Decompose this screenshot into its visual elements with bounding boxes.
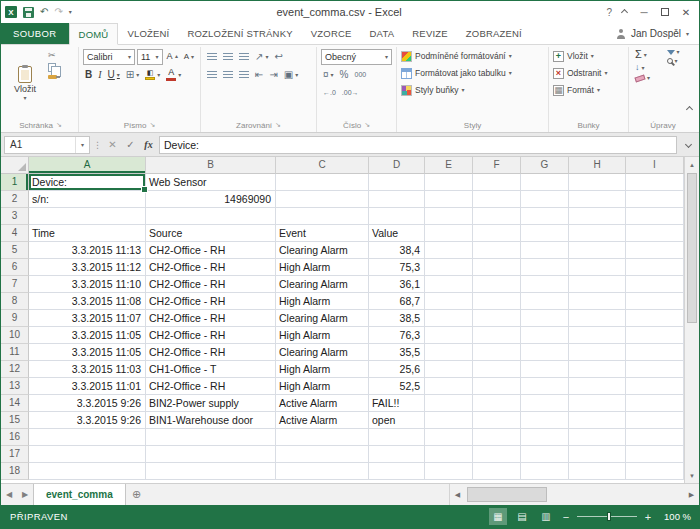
clipboard-dialog-launcher-icon[interactable] xyxy=(56,121,62,129)
cell-A1[interactable]: Device: xyxy=(29,174,146,191)
cell-C10[interactable]: High Alarm xyxy=(276,327,369,344)
cell-G13[interactable] xyxy=(521,378,569,395)
accounting-format-icon[interactable]: ¤ xyxy=(321,69,336,81)
copy-icon[interactable] xyxy=(48,63,56,72)
cell-G14[interactable] xyxy=(521,395,569,412)
tab-view[interactable]: ZOBRAZENÍ xyxy=(457,23,531,44)
tab-page-layout[interactable]: ROZLOŽENÍ STRÁNKY xyxy=(178,23,301,44)
cell-C6[interactable]: High Alarm xyxy=(276,259,369,276)
cell-I14[interactable] xyxy=(626,395,684,412)
cell-A16[interactable] xyxy=(29,429,146,446)
clear-button[interactable] xyxy=(633,74,662,82)
cell-I5[interactable] xyxy=(626,242,684,259)
cell-G5[interactable] xyxy=(521,242,569,259)
align-right-icon[interactable] xyxy=(237,70,251,80)
cell-F3[interactable] xyxy=(473,208,521,225)
cell-F18[interactable] xyxy=(473,463,521,480)
scroll-left-icon[interactable]: ◀ xyxy=(450,491,465,499)
cell-A4[interactable]: Time xyxy=(29,225,146,242)
cell-H11[interactable] xyxy=(569,344,626,361)
cell-D15[interactable]: open xyxy=(369,412,425,429)
help-icon[interactable] xyxy=(606,6,612,18)
row-header-8[interactable]: 8 xyxy=(1,293,29,310)
cell-B10[interactable]: CH2-Office - RH xyxy=(146,327,276,344)
cell-D8[interactable]: 68,7 xyxy=(369,293,425,310)
formula-input[interactable]: Device: xyxy=(159,136,677,154)
cell-B16[interactable] xyxy=(146,429,276,446)
account-area[interactable]: Jan Dospěl xyxy=(616,23,699,44)
cell-C1[interactable] xyxy=(276,174,369,191)
cell-F5[interactable] xyxy=(473,242,521,259)
cell-G11[interactable] xyxy=(521,344,569,361)
tab-data[interactable]: DATA xyxy=(361,23,404,44)
cell-E11[interactable] xyxy=(425,344,473,361)
row-header-9[interactable]: 9 xyxy=(1,310,29,327)
cell-C14[interactable]: Active Alarm xyxy=(276,395,369,412)
cell-B4[interactable]: Source xyxy=(146,225,276,242)
cell-F6[interactable] xyxy=(473,259,521,276)
cell-E1[interactable] xyxy=(425,174,473,191)
cell-F10[interactable] xyxy=(473,327,521,344)
cell-A13[interactable]: 3.3.2015 11:01 xyxy=(29,378,146,395)
cell-H15[interactable] xyxy=(569,412,626,429)
cell-A8[interactable]: 3.3.2015 11:08 xyxy=(29,293,146,310)
bold-button[interactable]: B xyxy=(83,69,94,81)
cell-I18[interactable] xyxy=(626,463,684,480)
cell-H16[interactable] xyxy=(569,429,626,446)
row-header-2[interactable]: 2 xyxy=(1,191,29,208)
cell-I15[interactable] xyxy=(626,412,684,429)
next-sheet-icon[interactable]: ▶ xyxy=(17,484,33,505)
align-top-icon[interactable] xyxy=(205,52,219,62)
decrease-decimal-icon[interactable]: .00→ xyxy=(340,88,361,97)
cell-E18[interactable] xyxy=(425,463,473,480)
zoom-slider[interactable] xyxy=(577,516,637,517)
cell-H4[interactable] xyxy=(569,225,626,242)
cell-D3[interactable] xyxy=(369,208,425,225)
column-header-A[interactable]: A xyxy=(29,157,146,174)
name-box[interactable]: A1 xyxy=(4,136,90,154)
cell-I11[interactable] xyxy=(626,344,684,361)
cell-A17[interactable] xyxy=(29,446,146,463)
horizontal-scroll-thumb[interactable] xyxy=(467,487,547,502)
cell-G10[interactable] xyxy=(521,327,569,344)
cell-C5[interactable]: Clearing Alarm xyxy=(276,242,369,259)
cell-F1[interactable] xyxy=(473,174,521,191)
cell-E15[interactable] xyxy=(425,412,473,429)
enter-icon[interactable]: ✓ xyxy=(123,139,138,150)
cell-C9[interactable]: Clearing Alarm xyxy=(276,310,369,327)
select-all-button[interactable] xyxy=(1,157,29,174)
cell-H5[interactable] xyxy=(569,242,626,259)
cell-A12[interactable]: 3.3.2015 11:03 xyxy=(29,361,146,378)
new-sheet-icon[interactable]: ⊕ xyxy=(126,484,148,505)
cell-A7[interactable]: 3.3.2015 11:10 xyxy=(29,276,146,293)
cell-F9[interactable] xyxy=(473,310,521,327)
cell-H9[interactable] xyxy=(569,310,626,327)
cell-I8[interactable] xyxy=(626,293,684,310)
tab-home[interactable]: DOMŮ xyxy=(69,23,119,45)
conditional-formatting-button[interactable]: Podmíněné formátování xyxy=(401,48,544,64)
grow-font-icon[interactable]: A xyxy=(165,51,180,62)
cell-C4[interactable]: Event xyxy=(276,225,369,242)
column-header-B[interactable]: B xyxy=(146,157,276,174)
row-header-6[interactable]: 6 xyxy=(1,259,29,276)
cell-E13[interactable] xyxy=(425,378,473,395)
cell-C7[interactable]: Clearing Alarm xyxy=(276,276,369,293)
tab-insert[interactable]: VLOŽENÍ xyxy=(118,23,178,44)
cell-A5[interactable]: 3.3.2015 11:13 xyxy=(29,242,146,259)
cell-F14[interactable] xyxy=(473,395,521,412)
row-header-10[interactable]: 10 xyxy=(1,327,29,344)
cell-B13[interactable]: CH2-Office - RH xyxy=(146,378,276,395)
column-header-F[interactable]: F xyxy=(473,157,521,174)
decrease-indent-icon[interactable]: ⇤ xyxy=(253,69,265,81)
tab-formulas[interactable]: VZORCE xyxy=(302,23,361,44)
cell-B9[interactable]: CH2-Office - RH xyxy=(146,310,276,327)
cell-B6[interactable]: CH2-Office - RH xyxy=(146,259,276,276)
cell-D6[interactable]: 75,3 xyxy=(369,259,425,276)
cell-E14[interactable] xyxy=(425,395,473,412)
cell-G6[interactable] xyxy=(521,259,569,276)
cell-C17[interactable] xyxy=(276,446,369,463)
save-icon[interactable] xyxy=(23,7,34,18)
row-header-17[interactable]: 17 xyxy=(1,446,29,463)
cell-G18[interactable] xyxy=(521,463,569,480)
cell-D4[interactable]: Value xyxy=(369,225,425,242)
